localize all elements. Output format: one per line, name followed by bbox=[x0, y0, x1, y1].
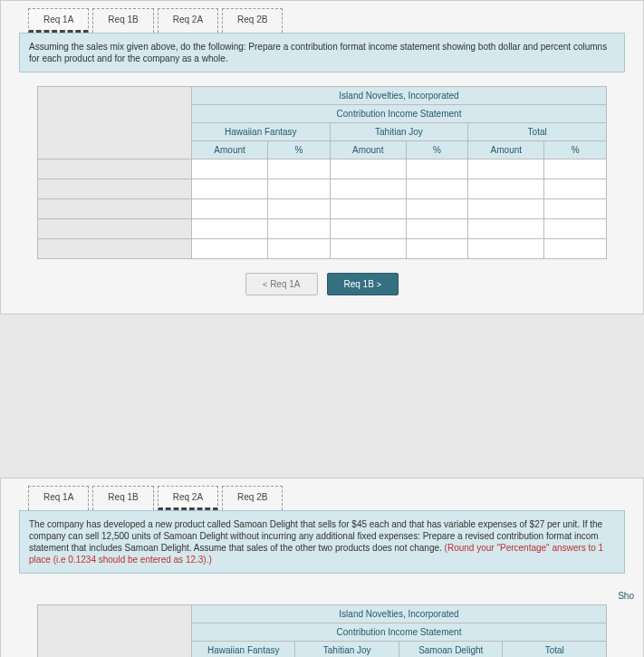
col-amount: Amount bbox=[330, 141, 406, 159]
row-label-input[interactable] bbox=[43, 203, 186, 215]
cell-input[interactable] bbox=[474, 203, 538, 215]
cell-input[interactable] bbox=[550, 243, 601, 255]
col-group-samoan: Samoan Delight bbox=[399, 642, 502, 658]
cell-input[interactable] bbox=[274, 183, 324, 195]
contribution-table: Island Novelties, Incorporated Contribut… bbox=[37, 86, 607, 259]
table-row bbox=[38, 199, 607, 219]
cell-input[interactable] bbox=[197, 203, 262, 215]
col-amount: Amount bbox=[468, 141, 544, 159]
cell-input[interactable] bbox=[474, 183, 538, 195]
panel-req1a: Req 1A Req 1B Req 2A Req 2B Assuming the… bbox=[0, 0, 644, 314]
col-percent: % bbox=[406, 141, 468, 159]
col-group-hawaiian: Hawaiian Fantasy bbox=[192, 123, 331, 141]
table-subtitle: Contribution Income Statement bbox=[192, 623, 607, 642]
table-row bbox=[38, 179, 607, 199]
cell-input[interactable] bbox=[336, 243, 400, 255]
col-group-tahitian: Tahitian Joy bbox=[295, 642, 399, 658]
panel-req2a: Req 1A Req 1B Req 2A Req 2B The company … bbox=[0, 478, 644, 657]
col-percent: % bbox=[268, 141, 331, 159]
col-group-total: Total bbox=[503, 642, 607, 658]
tab-req-2a[interactable]: Req 2A bbox=[158, 8, 218, 33]
cell-input[interactable] bbox=[550, 203, 601, 215]
cell-input[interactable] bbox=[474, 163, 538, 175]
tab-req-1b[interactable]: Req 1B bbox=[92, 486, 153, 510]
table-wrapper: Island Novelties, Incorporated Contribut… bbox=[37, 86, 607, 259]
chevron-right-icon: > bbox=[377, 280, 381, 289]
cell-input[interactable] bbox=[197, 243, 262, 255]
prev-button[interactable]: < Req 1A bbox=[245, 273, 317, 295]
tab-req-2b[interactable]: Req 2B bbox=[222, 8, 283, 33]
tab-req-2b[interactable]: Req 2B bbox=[222, 486, 283, 510]
row-label-input[interactable] bbox=[43, 183, 186, 195]
cell-input[interactable] bbox=[412, 243, 463, 255]
contribution-table: Island Novelties, Incorporated Contribut… bbox=[37, 604, 607, 657]
col-group-tahitian: Tahitian Joy bbox=[330, 123, 468, 141]
cell-input[interactable] bbox=[197, 223, 262, 235]
cell-input[interactable] bbox=[336, 203, 400, 215]
cell-input[interactable] bbox=[336, 163, 400, 175]
row-label-input[interactable] bbox=[43, 163, 186, 175]
tab-req-1a[interactable]: Req 1A bbox=[28, 8, 89, 33]
cell-input[interactable] bbox=[274, 163, 324, 175]
col-group-total: Total bbox=[468, 123, 607, 141]
table-title: Island Novelties, Incorporated bbox=[192, 605, 607, 623]
nav-buttons: < Req 1A Req 1B > bbox=[1, 273, 643, 295]
cell-input[interactable] bbox=[274, 223, 324, 235]
tab-bar: Req 1A Req 1B Req 2A Req 2B bbox=[1, 1, 643, 33]
cell-input[interactable] bbox=[336, 223, 400, 235]
cell-input[interactable] bbox=[274, 243, 324, 255]
table-subtitle: Contribution Income Statement bbox=[192, 105, 607, 123]
cell-input[interactable] bbox=[550, 223, 601, 235]
chevron-left-icon: < bbox=[263, 280, 267, 289]
col-group-hawaiian: Hawaiian Fantasy bbox=[192, 642, 295, 658]
cell-input[interactable] bbox=[412, 223, 463, 235]
cell-input[interactable] bbox=[474, 243, 538, 255]
table-row bbox=[38, 239, 607, 259]
table-wrapper: Island Novelties, Incorporated Contribut… bbox=[37, 604, 607, 657]
cell-input[interactable] bbox=[412, 183, 463, 195]
cell-input[interactable] bbox=[336, 183, 400, 195]
tab-req-1a[interactable]: Req 1A bbox=[28, 486, 89, 510]
cell-input[interactable] bbox=[412, 163, 463, 175]
tab-bar: Req 1A Req 1B Req 2A Req 2B bbox=[1, 478, 643, 510]
show-hint[interactable]: Sho bbox=[1, 587, 643, 604]
tab-req-2a[interactable]: Req 2A bbox=[158, 486, 218, 510]
instruction-box: The company has developed a new product … bbox=[19, 510, 625, 574]
row-label-input[interactable] bbox=[43, 243, 186, 255]
cell-input[interactable] bbox=[274, 203, 324, 215]
col-amount: Amount bbox=[192, 141, 268, 159]
table-row bbox=[38, 219, 607, 239]
cell-input[interactable] bbox=[197, 183, 262, 195]
next-button[interactable]: Req 1B > bbox=[327, 273, 399, 295]
cell-input[interactable] bbox=[550, 183, 601, 195]
cell-input[interactable] bbox=[550, 163, 601, 175]
tab-req-1b[interactable]: Req 1B bbox=[92, 8, 153, 33]
cell-input[interactable] bbox=[474, 223, 538, 235]
row-label-input[interactable] bbox=[43, 223, 186, 235]
prev-label: Req 1A bbox=[270, 279, 300, 289]
cell-input[interactable] bbox=[412, 203, 463, 215]
table-title: Island Novelties, Incorporated bbox=[192, 87, 607, 105]
col-percent: % bbox=[544, 141, 607, 159]
next-label: Req 1B bbox=[344, 279, 374, 289]
instruction-box: Assuming the sales mix given above, do t… bbox=[19, 33, 625, 72]
table-row bbox=[38, 159, 607, 179]
cell-input[interactable] bbox=[197, 163, 262, 175]
